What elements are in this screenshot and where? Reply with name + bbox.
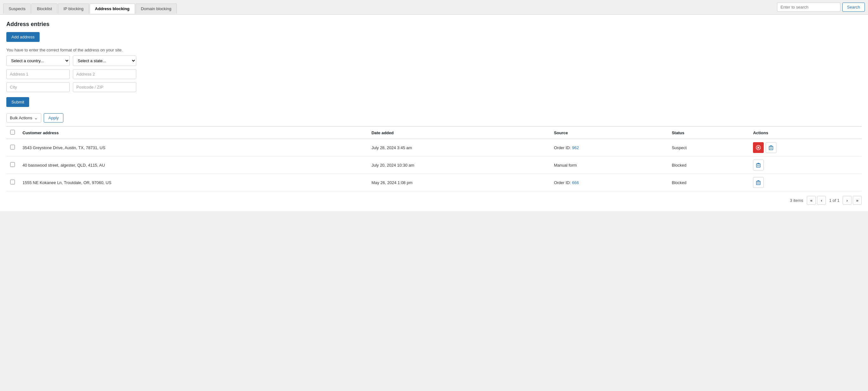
country-select[interactable]: Select a country... [6,56,70,66]
address1-input[interactable] [6,69,70,79]
search-input[interactable] [777,3,840,12]
bulk-actions-chevron-icon: ⌄ [34,115,38,120]
apply-button[interactable]: Apply [44,113,64,122]
address2-input[interactable] [73,69,136,79]
bulk-actions-bar: Bulk Actions ⌄ Apply [6,113,862,122]
table-row: 3543 Greystone Drive, Austin, TX, 78731,… [6,139,862,157]
form-row-address [6,69,862,79]
city-input[interactable] [6,82,70,92]
postcode-input[interactable] [73,82,136,92]
search-button[interactable]: Search [842,3,865,12]
col-header-status: Status [668,127,749,139]
prev-page-button[interactable]: ‹ [817,196,826,205]
bulk-actions-select[interactable]: Bulk Actions ⌄ [6,113,41,122]
entries-table: Customer address Date added Source Statu… [6,126,862,191]
row-0-source: Order ID: 962 [550,139,668,157]
form-row-selects: Select a country... Select a state... [6,56,862,66]
col-header-actions: Actions [749,127,862,139]
row-1-date-added: July 20, 2024 10:30 am [368,157,550,174]
tab-domain-blocking[interactable]: Domain blocking [136,3,177,13]
tabs-bar: Suspects Blocklist IP blocking Address b… [0,0,868,15]
row-0-status: Suspect [668,139,749,157]
svg-rect-3 [769,146,773,150]
row-2-delete-button[interactable] [753,177,764,188]
tab-ip-blocking[interactable]: IP blocking [58,3,89,13]
col-header-date-added: Date added [368,127,550,139]
page-title: Address entries [6,21,862,28]
table-row: 40 basswood street, algester, QLD, 4115,… [6,157,862,174]
page-info: 1 of 1 [827,198,841,203]
search-area: Search [777,3,865,14]
row-2-address: 1555 NE Kokanee Ln, Troutdale, OR, 97060… [19,174,368,191]
row-0-actions [749,139,862,157]
svg-rect-11 [756,181,760,185]
form-hint: You have to enter the correct format of … [6,48,862,52]
last-page-button[interactable]: » [853,196,862,205]
row-1-delete-button[interactable] [753,160,764,170]
submit-button[interactable]: Submit [6,97,29,107]
row-2-checkbox[interactable] [10,179,15,185]
svg-line-2 [757,147,759,148]
items-count: 3 items [790,198,803,203]
row-2-source-link[interactable]: 666 [572,180,579,185]
tab-address-blocking[interactable]: Address blocking [90,3,135,13]
main-content: Address entries Add address You have to … [0,15,868,211]
row-0-address: 3543 Greystone Drive, Austin, TX, 78731,… [19,139,368,157]
select-all-checkbox[interactable] [10,130,15,135]
row-2-date-added: May 26, 2024 1:08 pm [368,174,550,191]
row-2-source: Order ID: 666 [550,174,668,191]
svg-line-1 [757,147,759,148]
table-row: 1555 NE Kokanee Ln, Troutdale, OR, 97060… [6,174,862,191]
row-1-status: Blocked [668,157,749,174]
row-1-checkbox-cell [6,157,19,174]
table-header-checkbox[interactable] [6,127,19,139]
first-page-button[interactable]: « [807,196,816,205]
col-header-customer-address: Customer address [19,127,368,139]
row-1-address: 40 basswood street, algester, QLD, 4115,… [19,157,368,174]
row-1-actions [749,157,862,174]
row-2-checkbox-cell [6,174,19,191]
col-header-source: Source [550,127,668,139]
row-2-actions [749,174,862,191]
tab-suspects[interactable]: Suspects [3,3,31,13]
row-0-checkbox[interactable] [10,145,15,149]
row-0-danger-button[interactable] [753,142,764,153]
svg-point-0 [756,145,761,150]
next-page-button[interactable]: › [843,196,851,205]
add-address-button[interactable]: Add address [6,32,40,42]
row-1-checkbox[interactable] [10,162,15,167]
tab-blocklist[interactable]: Blocklist [31,3,57,13]
svg-rect-7 [756,164,760,167]
row-1-source: Manual form [550,157,668,174]
bulk-actions-label: Bulk Actions [10,115,32,120]
row-0-source-link[interactable]: 962 [572,145,579,150]
table-header-row: Customer address Date added Source Statu… [6,127,862,139]
row-0-date-added: July 28, 2024 3:45 am [368,139,550,157]
pagination-bar: 3 items « ‹ 1 of 1 › » [6,196,862,205]
form-row-city [6,82,862,92]
row-0-delete-button[interactable] [766,142,776,153]
row-2-status: Blocked [668,174,749,191]
row-0-checkbox-cell [6,139,19,157]
state-select[interactable]: Select a state... [73,56,136,66]
